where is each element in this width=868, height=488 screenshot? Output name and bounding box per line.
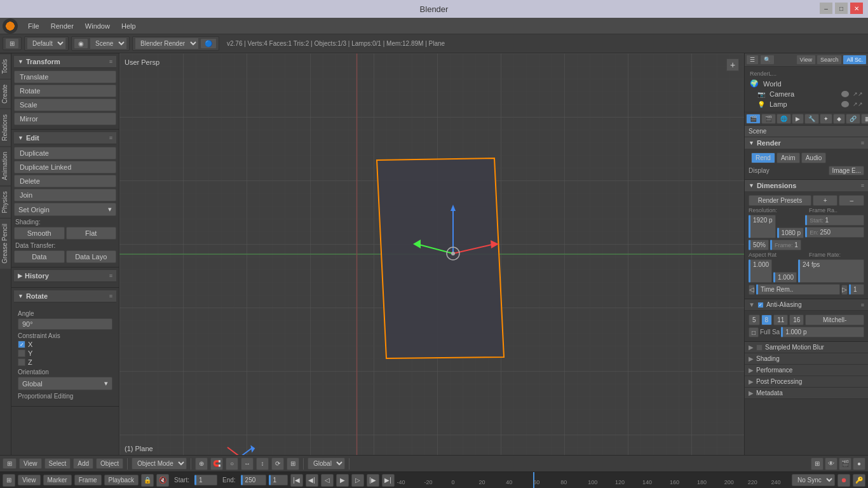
data-button[interactable]: Data [14, 250, 65, 263]
bt-grid-icon[interactable]: ⊞ [811, 458, 824, 470]
bt-add-btn[interactable]: Add [73, 458, 93, 469]
tl-end-field[interactable]: 250 [241, 475, 266, 485]
image-editor-field[interactable]: Image E... [829, 166, 864, 175]
bt-select-btn[interactable]: Select [44, 458, 71, 469]
tl-lock-icon[interactable]: 🔒 [141, 474, 154, 487]
duplicate-linked-button[interactable]: Duplicate Linked [14, 161, 116, 173]
right-tab-view[interactable]: View [796, 55, 816, 65]
scene-select[interactable]: Scene [90, 37, 127, 50]
maximize-button[interactable]: □ [835, 3, 848, 14]
menu-file[interactable]: File [23, 21, 44, 31]
tl-marker-btn[interactable]: Marker [43, 475, 72, 485]
aa-5-btn[interactable]: 5 [749, 315, 760, 325]
minimize-button[interactable]: – [820, 3, 832, 14]
time-left-btn[interactable]: ◁ [749, 285, 755, 295]
prop-tab-object[interactable]: ▶ [792, 114, 804, 124]
dimensions-header[interactable]: ▼ Dimensions ≡ [745, 180, 868, 191]
start-val-field[interactable]: Start: 1 [805, 215, 864, 226]
res-x-field[interactable]: 1920 p [749, 215, 776, 238]
frame-val-field[interactable]: Frame: 1 [770, 240, 801, 250]
render-tab-audio[interactable]: Audio [801, 152, 827, 163]
time-right-btn[interactable]: ▷ [841, 285, 848, 295]
set-origin-button[interactable]: Set Origin ▾ [14, 203, 116, 216]
bt-tool2-icon[interactable]: ↕ [256, 458, 269, 470]
outliner-search-icon[interactable]: 🔍 [760, 55, 775, 65]
z-checkbox[interactable] [18, 358, 25, 366]
flat-button[interactable]: Flat [66, 227, 117, 240]
tree-camera[interactable]: 📷 Camera ↗↗ [755, 89, 865, 99]
tl-next-key[interactable]: ▷ [351, 474, 364, 487]
bt-tool3-icon[interactable]: ⟳ [271, 458, 284, 470]
render-presets-add[interactable]: + [813, 195, 838, 206]
tl-keying-btn[interactable]: 🔑 [853, 474, 865, 487]
tl-view-btn[interactable]: View [18, 475, 41, 485]
tl-view-icon[interactable]: ⊞ [3, 474, 15, 487]
bt-pivot-icon[interactable]: ⊕ [195, 458, 208, 470]
performance-header[interactable]: ▶ Performance [745, 365, 868, 376]
end-val-field[interactable]: En: 250 [805, 227, 864, 238]
bt-view2-icon[interactable]: 👁 [825, 458, 837, 470]
translate-button[interactable]: Translate [14, 71, 116, 83]
prop-tab-data[interactable]: ▦ [861, 114, 868, 124]
post-processing-header[interactable]: ▶ Post Processing [745, 376, 868, 388]
bt-snap-icon[interactable]: 🧲 [210, 458, 223, 470]
sampled-motion-checkbox[interactable] [756, 344, 763, 351]
right-tab-all-scenes[interactable]: All Sc. [843, 55, 867, 65]
close-button[interactable]: ✕ [850, 3, 863, 14]
history-header[interactable]: ▶ History ≡ [14, 270, 116, 282]
delete-button[interactable]: Delete [14, 175, 116, 187]
bt-mode-select[interactable]: Object Mode [132, 458, 187, 470]
render-presets-btn[interactable]: Render Presets [749, 195, 811, 206]
bt-tool4-icon[interactable]: ⊞ [287, 458, 299, 470]
edit-header[interactable]: ▼ Edit ≡ [14, 132, 116, 144]
tl-jump-start[interactable]: |◀ [290, 474, 303, 487]
tab-create[interactable]: Create [0, 79, 11, 109]
render-panel-header[interactable]: ▼ Render ≡ [745, 137, 868, 149]
tl-frame-field[interactable]: 1 [269, 475, 288, 485]
aa-8-btn[interactable]: 8 [761, 315, 773, 325]
prop-tab-render[interactable]: 🎬 [746, 114, 761, 124]
metadata-header[interactable]: ▶ Metadata [745, 388, 868, 399]
bt-view-btn[interactable]: View [19, 458, 42, 469]
duplicate-button[interactable]: Duplicate [14, 147, 116, 159]
join-button[interactable]: Join [14, 189, 116, 201]
sampled-motion-header[interactable]: ▶ Sampled Motion Blur [745, 342, 868, 353]
prop-tab-modifier[interactable]: 🔧 [804, 114, 819, 124]
tl-sync-select[interactable]: No Sync [792, 474, 835, 486]
asp-y-field[interactable]: 1.000 [773, 272, 797, 283]
asp-x-field[interactable]: 1.000 [749, 259, 772, 283]
tl-start-field[interactable]: 1 [194, 475, 217, 485]
prop-tab-world[interactable]: 🌐 [776, 114, 791, 124]
render-presets-remove[interactable]: – [839, 195, 864, 206]
bt-tool1-icon[interactable]: ↔ [241, 458, 254, 470]
data-layout-button[interactable]: Data Layo [66, 250, 117, 263]
tl-playback-btn[interactable]: Playback [104, 475, 139, 485]
prop-tab-scene[interactable]: 🎬 [761, 114, 776, 124]
tl-prev-frame[interactable]: ◀| [306, 474, 318, 487]
outliner-view-icon[interactable]: ☰ [746, 55, 759, 65]
full-sample-toggle[interactable]: □ [749, 327, 759, 337]
prop-tab-constraints[interactable]: 🔗 [846, 114, 860, 124]
y-checkbox[interactable] [18, 349, 25, 357]
tab-grease-pencil[interactable]: Grease Pencil [0, 218, 11, 269]
rotate-button[interactable]: Rotate [14, 85, 116, 97]
aa-header[interactable]: ▼ ✓ Anti-Aliasing ≡ [745, 299, 868, 311]
render-icon-btn[interactable]: 🔵 [200, 38, 217, 49]
bt-view-icon[interactable]: ⊞ [3, 458, 17, 469]
tl-prev-key[interactable]: ◁ [321, 474, 334, 487]
aa-filter-btn[interactable]: Mitchell- [805, 315, 864, 325]
full-sample-val[interactable]: 1.000 p [781, 327, 864, 337]
tl-mute-icon[interactable]: 🔇 [156, 474, 169, 487]
tl-frame-btn[interactable]: Frame [74, 475, 102, 485]
rotate-header[interactable]: ▼ Rotate ≡ [14, 290, 116, 302]
fps-field[interactable]: 24 fps [798, 259, 864, 283]
view-options-btn[interactable]: ⊞ [5, 38, 19, 49]
smooth-button[interactable]: Smooth [14, 227, 65, 240]
tree-world[interactable]: 🌍 World [747, 78, 865, 89]
x-checkbox[interactable]: ✓ [18, 341, 25, 348]
scene-icon-btn[interactable]: ◉ [74, 38, 88, 49]
tree-lamp[interactable]: 💡 Lamp ↗↗ [755, 99, 865, 109]
right-tab-search[interactable]: Search [817, 55, 843, 65]
lamp-eye-icon[interactable] [841, 101, 849, 107]
bt-object-btn[interactable]: Object [96, 458, 123, 469]
